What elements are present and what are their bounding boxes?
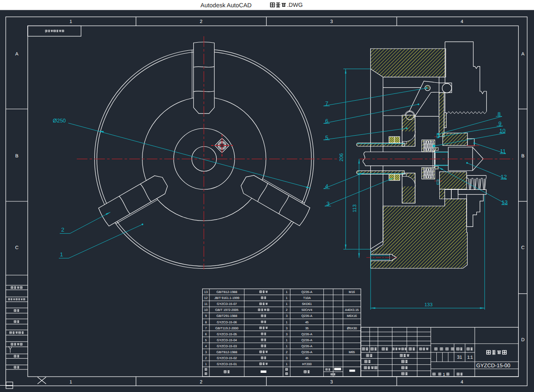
svg-text:GYZCD-15-05: GYZCD-15-05 <box>217 332 237 336</box>
svg-text:GYZCD-15-00: GYZCD-15-00 <box>476 363 511 369</box>
svg-text:5: 5 <box>205 338 207 342</box>
svg-text:3: 3 <box>286 314 287 318</box>
svg-text:GYZCD-15-03: GYZCD-15-03 <box>217 344 237 348</box>
svg-text:1: 1 <box>286 320 287 324</box>
svg-text:2: 2 <box>286 308 287 312</box>
svg-text:12: 12 <box>204 296 208 300</box>
svg-text:1: 1 <box>286 362 287 366</box>
svg-text:Q235-A: Q235-A <box>302 332 313 336</box>
svg-text:31: 31 <box>457 355 462 360</box>
svg-text:11: 11 <box>204 302 208 306</box>
svg-text:A40X3.15: A40X3.15 <box>345 308 359 312</box>
svg-text:6: 6 <box>205 332 207 336</box>
svg-text:1: 1 <box>286 338 287 342</box>
svg-text:Q235-A: Q235-A <box>302 344 313 348</box>
svg-text:Q235-A: Q235-A <box>302 314 313 318</box>
svg-text:35: 35 <box>305 326 308 330</box>
svg-text:Ø250: Ø250 <box>53 118 66 124</box>
svg-text:10: 10 <box>204 308 208 312</box>
svg-text:”: ” <box>63 30 64 33</box>
svg-text:3: 3 <box>330 380 333 385</box>
svg-text:GB/T 1972-2005: GB/T 1972-2005 <box>215 308 239 312</box>
svg-text:9: 9 <box>205 314 207 318</box>
svg-text:9: 9 <box>498 120 501 127</box>
svg-text:HT200: HT200 <box>302 362 311 366</box>
svg-text:3: 3 <box>326 200 329 207</box>
svg-text:3: 3 <box>286 326 287 330</box>
svg-text:GYZCD-15-07: GYZCD-15-07 <box>217 302 237 306</box>
svg-text:GB/T291-1988: GB/T291-1988 <box>217 314 237 318</box>
svg-text:SKD61: SKD61 <box>302 302 312 306</box>
svg-text:45: 45 <box>305 356 308 360</box>
svg-text:10: 10 <box>499 128 505 134</box>
svg-text:133: 133 <box>424 302 432 308</box>
svg-text:1: 1 <box>443 372 445 377</box>
svg-text:2: 2 <box>61 226 64 233</box>
svg-text:GB/T119.2-2000: GB/T119.2-2000 <box>215 326 238 330</box>
svg-text:13: 13 <box>204 290 208 294</box>
svg-text:Autodesk AutoCAD: Autodesk AutoCAD <box>200 2 252 9</box>
svg-text:3: 3 <box>286 332 287 336</box>
svg-text:3: 3 <box>205 350 207 354</box>
svg-text:2: 2 <box>200 19 203 24</box>
svg-text:1: 1 <box>60 251 63 258</box>
svg-text:C: C <box>521 245 525 250</box>
svg-text:1: 1 <box>70 380 72 385</box>
svg-text:8: 8 <box>497 111 500 117</box>
svg-text:JB/T 9161.1-1999: JB/T 9161.1-1999 <box>214 296 239 300</box>
svg-text:4: 4 <box>205 344 207 348</box>
svg-text:1: 1 <box>70 19 72 24</box>
svg-text:1: 1 <box>205 362 207 366</box>
svg-text:„: „ <box>45 31 46 33</box>
svg-text:GYZCD-15-02: GYZCD-15-02 <box>217 356 237 360</box>
svg-text:Q235-A: Q235-A <box>302 290 313 294</box>
svg-text:Q235-A: Q235-A <box>302 350 313 354</box>
svg-text:C: C <box>15 245 19 250</box>
svg-text:4: 4 <box>461 380 463 385</box>
svg-text:GYZCD-15-04: GYZCD-15-04 <box>217 338 237 342</box>
svg-text:45: 45 <box>305 320 308 324</box>
svg-text:GYZCD-15-06: GYZCD-15-06 <box>217 320 237 324</box>
svg-text:1: 1 <box>286 302 287 306</box>
svg-text:2: 2 <box>205 356 207 360</box>
svg-text:1: 1 <box>286 290 287 294</box>
svg-text:113: 113 <box>352 204 357 212</box>
svg-text:A: A <box>15 52 19 57</box>
svg-text:2: 2 <box>286 350 287 354</box>
svg-text:T10A: T10A <box>303 296 311 300</box>
svg-text:D: D <box>521 337 525 343</box>
svg-text:GB/T812-1988: GB/T812-1988 <box>217 350 237 354</box>
svg-text:50CrV4: 50CrV4 <box>302 308 312 312</box>
svg-text:8: 8 <box>205 320 207 324</box>
svg-text:M6X16: M6X16 <box>347 314 357 318</box>
svg-text:GB/T812-1988: GB/T812-1988 <box>217 290 237 294</box>
svg-text:1: 1 <box>286 296 287 300</box>
svg-text:206: 206 <box>339 153 344 161</box>
svg-text:2: 2 <box>200 380 203 385</box>
svg-text:.DWG: .DWG <box>287 2 303 8</box>
svg-text:7: 7 <box>205 326 207 330</box>
svg-text:M65: M65 <box>349 350 355 354</box>
svg-text:A: A <box>521 52 525 57</box>
svg-text:1:1: 1:1 <box>467 355 473 360</box>
svg-text:4: 4 <box>461 19 463 24</box>
svg-text:4: 4 <box>325 183 328 189</box>
svg-text:3: 3 <box>330 19 333 24</box>
svg-text:1: 1 <box>286 344 287 348</box>
svg-text:B: B <box>521 154 524 159</box>
svg-text:B: B <box>15 154 18 159</box>
svg-text:3: 3 <box>286 356 287 360</box>
svg-text:M16: M16 <box>349 290 355 294</box>
svg-text:Ø5X30: Ø5X30 <box>347 326 357 330</box>
svg-text:GYZCD-15-01: GYZCD-15-01 <box>217 362 237 366</box>
svg-text:Q235-A: Q235-A <box>302 338 313 342</box>
